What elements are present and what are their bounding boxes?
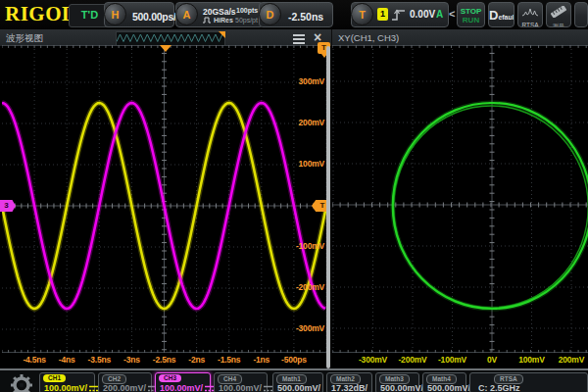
axis-tick-label: -100mV [283,241,324,251]
axis-tick-label: 100mV [515,355,549,365]
math1-status-box[interactable]: Math1 500.00mV/ [272,372,323,392]
horizontal-position-preview[interactable] [116,31,225,46]
horizontal-scale-value: 500.00ps/ [132,11,176,23]
axis-tick-label: -2.5ns [148,355,181,365]
dc-coupling-icon [264,385,272,392]
delay-knob[interactable]: D [259,3,281,25]
ruler-icon [550,6,567,18]
rtsa-button[interactable]: RTSA [517,2,543,27]
trigger-source-badge: 1 [377,8,388,21]
ch3-tab: CH3 [159,374,181,382]
oscilloscope-screen: RIGOL T'D 500.00ps/ H 20GSa/s HiRes 100p… [0,0,588,392]
trigger-position-marker[interactable] [160,45,172,52]
ch1-tab: CH1 [43,374,66,382]
axis-tick-label: -3ns [115,355,148,365]
stop-label: STOP [458,7,484,16]
axis-tick-label: -300mV [283,323,324,333]
rtsa-status-box[interactable]: RTSA C: 2.5GHz [469,372,588,392]
xy-display[interactable] [332,45,588,353]
ch4-status-box[interactable]: CH4 100.00mV/ Ω [214,372,268,392]
xy-window-header[interactable]: XY(CH1, CH3) [331,29,588,46]
channel-status-bar: CH1 100.00mV/ Ω CH2 200.00mV/ Ω CH3 100.… [0,370,588,392]
axis-tick-label: 100mV [283,159,324,169]
math4-scale: 500.00mV/ [427,383,470,392]
math3-scale: 500.00mV/ [380,383,423,392]
axis-tick-label: 0V [475,355,509,365]
square-wave-icon [203,17,212,24]
waveform-window-header[interactable]: 波形视图 × [0,29,331,46]
waveform-window-title: 波形视图 [6,32,43,45]
toolbar-edge-button[interactable] [574,2,588,27]
rising-edge-icon [391,7,407,23]
delay-value: -2.50ns [288,11,323,23]
default-label-initial: D [489,8,498,23]
sample-rate: 20GSa/s [203,7,236,17]
math2-scale: 17.32dB/ [331,383,368,392]
math4-status-box[interactable]: Math4 500.00mV/ [422,372,466,392]
acquisition-knob[interactable]: A [175,3,198,25]
rigol-logo: RIGOL [5,2,76,26]
ch1-scale: 100.00mV/ [44,383,87,392]
measure-button[interactable]: 测量 [546,2,571,27]
dc-coupling-icon [89,385,98,392]
acq-mode: HiRes [203,17,233,24]
default-button[interactable]: Default [488,2,514,27]
axis-tick-label: 200mV [283,118,324,127]
ch2-scale: 200.00mV/ [103,383,146,392]
axis-tick-label: -300mV [357,355,390,365]
axis-tick-label: -1ns [245,355,278,365]
ch4-scale: 100.00mV/ [219,383,262,392]
axis-tick-label: -200mV [396,355,429,365]
ch2-status-box[interactable]: CH2 200.00mV/ Ω [98,372,152,392]
spectrum-icon [522,8,539,17]
rtsa-center-freq: C: 2.5GHz [478,383,520,392]
axis-tick-label: -4ns [50,355,83,365]
horizontal-knob[interactable]: H [104,3,126,25]
axis-tick-label: -100mV [436,355,469,365]
axis-tick-label: -1.5ns [213,355,246,365]
axis-tick-label: -2ns [180,355,214,365]
ch3-scale: 100.00mV/ [160,383,203,392]
math3-status-box[interactable]: Math3 500.00mV/ [375,372,419,392]
run-label: RUN [458,16,484,24]
axis-tick-label: 300mV [283,76,324,86]
stop-run-button[interactable]: STOP RUN [457,2,485,27]
sample-interval: 50ps/pt [235,17,258,24]
trigger-sweep-mode: A [436,9,443,20]
ch3-status-box[interactable]: CH3 100.00mV/ Ω [155,372,211,392]
rtsa-label: RTSA [518,22,542,27]
gear-icon[interactable] [6,372,37,392]
dc-coupling-icon [205,385,214,392]
ch1-status-box[interactable]: CH1 100.00mV/ Ω [39,372,95,392]
trigger-knob[interactable]: T [351,3,373,25]
axis-tick-label: -3.5ns [82,355,116,365]
axis-tick-label: -200mV [283,282,324,292]
panel-scrollbar[interactable] [326,46,330,368]
trigger-level-value: 0.00V [410,9,435,20]
math2-status-box[interactable]: Math2 17.32dB/ [326,372,372,392]
waveform-display[interactable] [2,45,326,353]
xy-window-title: XY(CH1, CH3) [338,32,399,43]
default-label-rest: efault [498,14,514,21]
measure-label: 测量 [547,23,570,27]
axis-tick-label: -500ps [277,355,311,365]
axis-tick-label: 200mV [555,355,588,365]
memory-depth: 100pts [236,7,258,14]
collapse-toolbar-chevron[interactable]: < [449,8,455,20]
axis-tick-label: -4.5ns [18,355,51,365]
math1-scale: 500.00mV/ [277,383,320,392]
top-bar: RIGOL T'D 500.00ps/ H 20GSa/s HiRes 100p… [0,0,588,29]
